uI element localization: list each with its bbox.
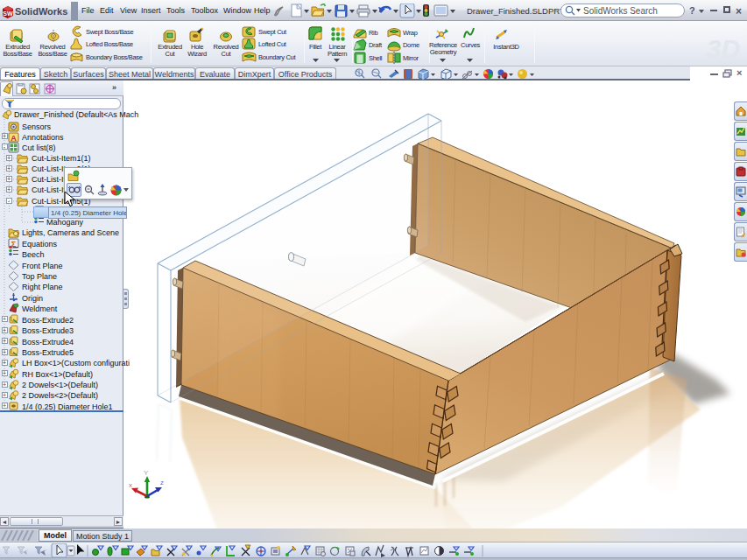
svg-text:SW: SW [3, 10, 13, 17]
svg-text:z: z [160, 479, 164, 486]
svg-text:3D: 3D [707, 34, 740, 63]
svg-text:x: x [129, 481, 132, 489]
svg-text:A: A [11, 134, 17, 143]
svg-text:Y: Y [144, 469, 149, 477]
